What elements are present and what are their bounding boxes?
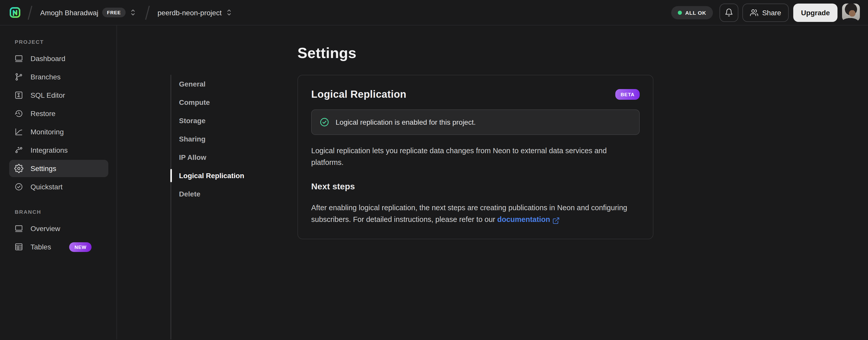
notifications-button[interactable]	[719, 3, 738, 22]
overview-icon	[14, 224, 23, 233]
settings-nav-item-compute[interactable]: Compute	[172, 93, 247, 111]
new-badge: NEW	[69, 242, 92, 252]
sidebar-item-tables[interactable]: Tables NEW	[9, 238, 108, 256]
page-title: Settings	[298, 45, 868, 62]
dashboard-icon	[14, 54, 23, 63]
project-selector[interactable]: peerdb-neon-project	[155, 6, 236, 19]
plan-badge: FREE	[102, 8, 126, 17]
sidebar-item-label: Tables	[31, 243, 51, 251]
sidebar-item-label: Quickstart	[31, 183, 63, 191]
card-title: Logical Replication	[311, 89, 406, 100]
integrations-icon	[14, 146, 23, 155]
sidebar-item-integrations[interactable]: Integrations	[9, 141, 108, 159]
sidebar-item-quickstart[interactable]: Quickstart	[9, 178, 108, 195]
breadcrumb-separator	[25, 5, 34, 20]
sidebar-section-label-branch: BRANCH	[9, 209, 108, 215]
status-dot	[678, 10, 682, 15]
sql-editor-icon	[14, 91, 23, 100]
status-label: ALL OK	[685, 9, 706, 16]
beta-badge: BETA	[616, 89, 640, 100]
sidebar-item-overview[interactable]: Overview	[9, 220, 108, 237]
card-description: Logical replication lets you replicate d…	[311, 145, 640, 168]
settings-nav-item-ip-allow[interactable]: IP Allow	[172, 148, 247, 166]
sidebar-item-settings[interactable]: Settings	[9, 160, 108, 177]
sidebar-item-label: Restore	[31, 109, 55, 118]
settings-nav-item-general[interactable]: General	[172, 75, 247, 93]
external-link-icon	[552, 217, 560, 224]
bell-icon	[724, 8, 733, 17]
settings-nav-item-storage[interactable]: Storage	[172, 111, 247, 130]
status-badge[interactable]: ALL OK	[671, 6, 713, 19]
success-alert: Logical replication is enabled for this …	[311, 109, 640, 135]
sidebar-item-monitoring[interactable]: Monitoring	[9, 123, 108, 140]
neon-logo[interactable]	[8, 6, 22, 19]
settings-nav: General Compute Storage Sharing IP Allow…	[170, 75, 247, 339]
share-label: Share	[762, 8, 781, 17]
sidebar-item-branches[interactable]: Branches	[9, 68, 108, 86]
next-steps-text: After enabling logical replication, the …	[311, 202, 640, 225]
user-avatar[interactable]	[842, 4, 860, 21]
sidebar-item-label: Settings	[31, 164, 56, 173]
settings-nav-item-logical-replication[interactable]: Logical Replication	[172, 166, 247, 185]
settings-gear-icon	[14, 164, 23, 173]
org-selector[interactable]: Amogh Bharadwaj FREE	[37, 6, 139, 19]
project-name: peerdb-neon-project	[158, 8, 222, 17]
org-name: Amogh Bharadwaj	[40, 8, 98, 17]
sidebar-item-dashboard[interactable]: Dashboard	[9, 50, 108, 67]
quickstart-check-icon	[14, 182, 23, 191]
sidebar-section-label-project: PROJECT	[9, 39, 108, 45]
tables-icon	[14, 242, 23, 251]
next-steps-heading: Next steps	[311, 182, 640, 192]
next-steps-text-body: After enabling logical replication, the …	[311, 204, 627, 223]
top-header: Amogh Bharadwaj FREE peerdb-neon-project…	[0, 0, 868, 25]
sidebar-item-label: Monitoring	[31, 128, 64, 136]
settings-nav-item-delete[interactable]: Delete	[172, 185, 247, 203]
breadcrumb-separator	[143, 5, 152, 20]
share-button[interactable]: Share	[742, 3, 789, 22]
alert-text: Logical replication is enabled for this …	[336, 118, 476, 126]
check-circle-icon	[319, 117, 330, 127]
branches-icon	[14, 72, 23, 81]
sidebar-item-label: Dashboard	[31, 54, 65, 63]
sidebar-item-restore[interactable]: Restore	[9, 105, 108, 122]
monitoring-icon	[14, 127, 23, 136]
sidebar-item-label: Branches	[31, 73, 61, 81]
documentation-link[interactable]: documentation	[497, 214, 560, 225]
restore-icon	[14, 109, 23, 118]
selector-chevrons-icon	[130, 8, 136, 17]
sidebar-item-label: SQL Editor	[31, 91, 65, 99]
documentation-link-label: documentation	[497, 214, 550, 225]
sidebar: PROJECT Dashboard Branches SQ	[0, 25, 117, 339]
sidebar-item-label: Integrations	[31, 146, 68, 154]
upgrade-button[interactable]: Upgrade	[793, 3, 837, 22]
users-icon	[750, 8, 758, 17]
selector-chevrons-icon	[226, 8, 232, 17]
main-content: Settings Logical Replication BETA Logica…	[298, 25, 868, 339]
logical-replication-card: Logical Replication BETA Logical replica…	[298, 75, 653, 239]
settings-nav-item-sharing[interactable]: Sharing	[172, 130, 247, 148]
sidebar-item-label: Overview	[31, 224, 60, 233]
sidebar-item-sql-editor[interactable]: SQL Editor	[9, 87, 108, 104]
